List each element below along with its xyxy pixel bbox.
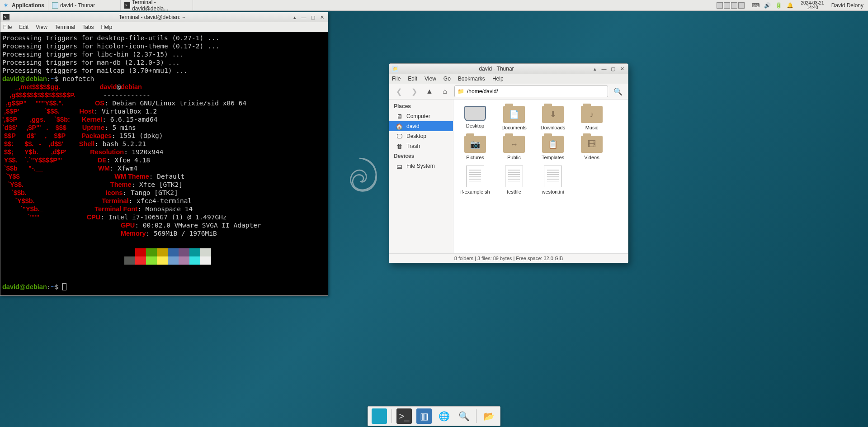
desktop-icon	[464, 106, 486, 121]
parent-button[interactable]: ▲	[424, 85, 435, 97]
system-tray: ⌨ 🔊 🔋 🔔 2024-03-21 14:40 David Delony	[712, 1, 868, 10]
file-label: Videos	[584, 155, 599, 160]
thunar-titlebar-icon: 📁	[392, 66, 398, 72]
dock-browser[interactable]: 🌐	[436, 408, 452, 424]
rollup-button[interactable]: ▴	[592, 66, 598, 72]
file-label: Downloads	[541, 125, 565, 130]
maximize-button[interactable]: ▢	[310, 14, 316, 20]
folder-icon: 📷	[464, 136, 486, 153]
place-icon: 🏠	[396, 123, 403, 130]
sidebar-item-david[interactable]: 🏠david	[389, 121, 453, 131]
dock: >_ ▥ 🌐 🔍 📂	[368, 406, 500, 426]
dock-home-folder[interactable]: 📂	[481, 408, 496, 424]
path-input[interactable]	[467, 88, 605, 95]
thunar-titlebar[interactable]: 📁 david - Thunar ▴ — ▢ ✕	[389, 64, 628, 74]
place-icon: 🖥	[396, 113, 403, 120]
file-item-pictures[interactable]: 📷Pictures	[456, 134, 494, 162]
terminal-title: Terminal - david@debian: ~	[12, 14, 292, 20]
place-icon: 🖴	[396, 162, 403, 170]
menu-bookmarks[interactable]: Bookmarks	[458, 76, 485, 82]
thunar-icon-grid[interactable]: Desktop📄Documents⬇Downloads♪Music📷Pictur…	[453, 100, 628, 253]
file-item-desktop[interactable]: Desktop	[456, 104, 494, 132]
sidebar-header: Places	[389, 101, 453, 111]
thunar-statusbar: 8 folders | 3 files: 89 bytes | Free spa…	[389, 253, 628, 263]
file-item-videos[interactable]: 🎞Videos	[573, 134, 611, 162]
sidebar-item-computer[interactable]: 🖥Computer	[389, 111, 453, 121]
file-item-music[interactable]: ♪Music	[573, 104, 611, 132]
menu-file[interactable]: File	[3, 24, 12, 30]
terminal-menubar: FileEditViewTerminalTabsHelp	[0, 22, 328, 32]
terminal-icon: >_	[124, 2, 130, 9]
close-button[interactable]: ✕	[319, 14, 325, 20]
thunar-toolbar: ❮ ❯ ▲ ⌂ 📁 🔍	[389, 84, 628, 100]
back-button[interactable]: ❮	[393, 85, 405, 97]
menu-view[interactable]: View	[36, 24, 47, 30]
close-button[interactable]: ✕	[619, 66, 625, 72]
debian-swirl-icon	[339, 154, 380, 204]
thunar-menubar: FileEditViewGoBookmarksHelp	[389, 74, 628, 84]
terminal-window: >_ Terminal - david@debian: ~ ▴ — ▢ ✕ Fi…	[0, 12, 328, 296]
menu-tabs[interactable]: Tabs	[82, 24, 94, 30]
notifications-icon[interactable]: 🔔	[787, 2, 793, 9]
file-item-testfile[interactable]: testfile	[495, 164, 533, 196]
maximize-button[interactable]: ▢	[610, 66, 616, 72]
textfile-icon	[466, 166, 484, 187]
menu-terminal[interactable]: Terminal	[55, 24, 75, 30]
file-item-weston-ini[interactable]: weston.ini	[534, 164, 572, 196]
folder-icon	[52, 2, 58, 9]
path-field[interactable]: 📁	[454, 85, 608, 97]
file-label: if-example.sh	[460, 189, 490, 195]
minimize-button[interactable]: —	[301, 14, 307, 20]
minimize-button[interactable]: —	[601, 66, 607, 72]
forward-button[interactable]: ❯	[408, 85, 420, 97]
dock-terminal[interactable]: >_	[396, 408, 412, 424]
applications-menu[interactable]: ✶ Applications	[0, 0, 48, 10]
menu-edit[interactable]: Edit	[408, 76, 417, 82]
dock-files[interactable]: ▥	[416, 408, 432, 424]
thunar-title: david - Thunar	[401, 66, 592, 72]
menu-view[interactable]: View	[425, 76, 436, 82]
xfce-logo-icon: ✶	[4, 2, 10, 9]
taskbar-terminal[interactable]: >_ Terminal - david@debia...	[121, 0, 193, 10]
show-desktop-button[interactable]	[372, 408, 387, 424]
folder-icon: ⬇	[542, 106, 564, 123]
keyboard-icon[interactable]: ⌨	[752, 2, 760, 9]
workspace-switcher[interactable]	[717, 2, 745, 9]
taskbar-thunar[interactable]: david - Thunar	[48, 0, 121, 10]
dock-appfinder[interactable]: 🔍	[456, 408, 472, 424]
textfile-icon	[505, 166, 523, 187]
search-button[interactable]: 🔍	[612, 85, 624, 97]
file-label: Templates	[542, 155, 564, 160]
menu-go[interactable]: Go	[443, 76, 451, 82]
file-item-downloads[interactable]: ⬇Downloads	[534, 104, 572, 132]
sidebar-item-trash[interactable]: 🗑Trash	[389, 141, 453, 151]
file-item-documents[interactable]: 📄Documents	[495, 104, 533, 132]
menu-help[interactable]: Help	[101, 24, 113, 30]
terminal-output[interactable]: Processing triggers for desktop-file-uti…	[0, 32, 328, 295]
folder-icon: 📄	[503, 106, 525, 123]
menu-edit[interactable]: Edit	[19, 24, 28, 30]
user-menu[interactable]: David Delony	[831, 2, 863, 9]
file-item-public[interactable]: ↔Public	[495, 134, 533, 162]
sidebar-item-file-system[interactable]: 🖴File System	[389, 161, 453, 171]
menu-help[interactable]: Help	[492, 76, 504, 82]
file-item-templates[interactable]: 📋Templates	[534, 134, 572, 162]
home-button[interactable]: ⌂	[439, 85, 451, 97]
volume-icon[interactable]: 🔊	[764, 2, 771, 9]
file-item-if-example-sh[interactable]: if-example.sh	[456, 164, 494, 196]
file-label: Desktop	[466, 123, 484, 128]
menu-file[interactable]: File	[392, 76, 401, 82]
folder-icon: ↔	[503, 136, 525, 153]
file-label: Music	[585, 125, 599, 130]
folder-icon: 📋	[542, 136, 564, 153]
file-label: testfile	[507, 189, 521, 195]
clock[interactable]: 2024-03-21 14:40	[798, 1, 826, 10]
terminal-titlebar[interactable]: >_ Terminal - david@debian: ~ ▴ — ▢ ✕	[0, 12, 328, 22]
file-label: Public	[507, 155, 521, 160]
power-icon[interactable]: 🔋	[775, 2, 782, 9]
folder-icon: ♪	[581, 106, 603, 123]
folder-path-icon: 📁	[458, 88, 464, 95]
sidebar-item-desktop[interactable]: 🖵Desktop	[389, 131, 453, 141]
thunar-window: 📁 david - Thunar ▴ — ▢ ✕ FileEditViewGoB…	[389, 63, 628, 263]
rollup-button[interactable]: ▴	[292, 14, 298, 20]
